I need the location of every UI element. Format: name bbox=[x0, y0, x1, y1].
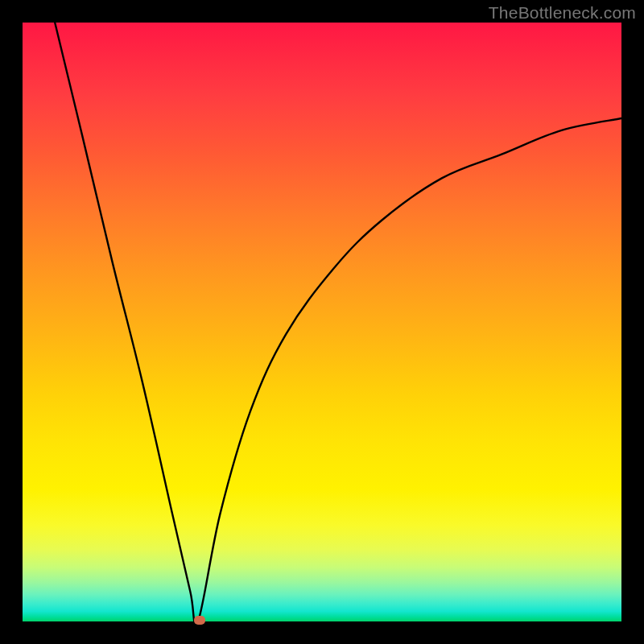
bottleneck-curve bbox=[55, 23, 621, 625]
chart-frame: TheBottleneck.com bbox=[0, 0, 644, 644]
minimum-marker bbox=[194, 616, 205, 625]
curve-layer bbox=[23, 23, 621, 621]
watermark-text: TheBottleneck.com bbox=[489, 3, 636, 23]
plot-area bbox=[23, 23, 621, 621]
